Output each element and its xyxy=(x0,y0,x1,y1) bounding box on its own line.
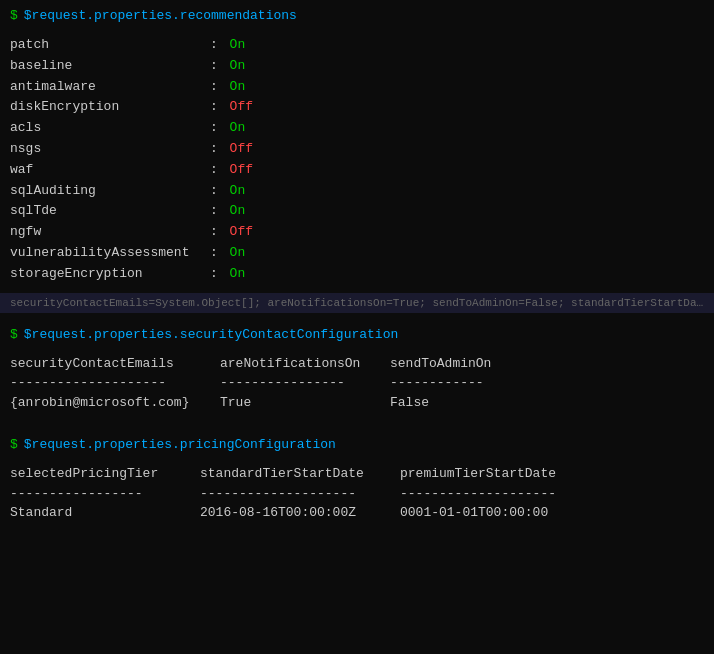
sep-storage: : xyxy=(210,264,226,285)
sep-diskencryption: : xyxy=(210,97,226,118)
data-notifications: True xyxy=(220,393,390,414)
sep-acls: : xyxy=(210,118,226,139)
sep-ngfw: : xyxy=(210,222,226,243)
pricing-prompt: $ $request.properties.pricingConfigurati… xyxy=(10,437,704,452)
val-storage: On xyxy=(230,264,246,285)
data-pricing-tier: Standard xyxy=(10,503,200,524)
dollar-sign-3: $ xyxy=(10,437,18,452)
key-sqltde: sqlTde xyxy=(10,201,210,222)
val-sqltde: On xyxy=(230,201,246,222)
header-admin: sendToAdminOn xyxy=(390,354,491,375)
recommendations-table: patch : On baseline : On antimalware : O… xyxy=(10,35,704,285)
key-patch: patch xyxy=(10,35,210,56)
table-row: sqlAuditing : On xyxy=(10,181,704,202)
pricing-command: $request.properties.pricingConfiguration xyxy=(24,437,336,452)
sep-baseline: : xyxy=(210,56,226,77)
terminal: $ $request.properties.recommendations pa… xyxy=(0,0,714,654)
val-diskencryption: Off xyxy=(230,97,253,118)
table-row: waf : Off xyxy=(10,160,704,181)
recommendations-section: $ $request.properties.recommendations pa… xyxy=(10,8,704,285)
table-row: sqlTde : On xyxy=(10,201,704,222)
security-contact-header: securityContactEmails areNotificationsOn… xyxy=(10,354,704,375)
data-standard-date: 2016-08-16T00:00:00Z xyxy=(200,503,400,524)
key-acls: acls xyxy=(10,118,210,139)
val-ngfw: Off xyxy=(230,222,253,243)
val-acls: On xyxy=(230,118,246,139)
table-row: vulnerabilityAssessment : On xyxy=(10,243,704,264)
security-contact-data: {anrobin@microsoft.com} True False xyxy=(10,393,704,414)
pricing-header: selectedPricingTier standardTierStartDat… xyxy=(10,464,704,485)
header-email: securityContactEmails xyxy=(10,354,220,375)
sep-email-col: -------------------- xyxy=(10,374,220,392)
sep-sqlauditing: : xyxy=(210,181,226,202)
divider-text: securityContactEmails=System.Object[]; a… xyxy=(10,297,714,309)
sep-waf: : xyxy=(210,160,226,181)
dollar-sign-2: $ xyxy=(10,327,18,342)
header-notifications: areNotificationsOn xyxy=(220,354,390,375)
table-row: acls : On xyxy=(10,118,704,139)
divider-bar: securityContactEmails=System.Object[]; a… xyxy=(0,293,714,313)
table-row: baseline : On xyxy=(10,56,704,77)
key-storage: storageEncryption xyxy=(10,264,210,285)
sep-patch: : xyxy=(210,35,226,56)
pricing-separator: ----------------- -------------------- -… xyxy=(10,485,704,503)
table-row: antimalware : On xyxy=(10,77,704,98)
key-nsgs: nsgs xyxy=(10,139,210,160)
sep-nsgs: : xyxy=(210,139,226,160)
data-email: {anrobin@microsoft.com} xyxy=(10,393,220,414)
table-row: storageEncryption : On xyxy=(10,264,704,285)
key-diskencryption: diskEncryption xyxy=(10,97,210,118)
sep-pricing-col: ----------------- xyxy=(10,485,200,503)
val-vuln: On xyxy=(230,243,246,264)
sep-admin-col: ------------ xyxy=(390,374,484,392)
recommendations-prompt: $ $request.properties.recommendations xyxy=(10,8,704,23)
sep-premium-col: -------------------- xyxy=(400,485,556,503)
table-row: diskEncryption : Off xyxy=(10,97,704,118)
key-ngfw: ngfw xyxy=(10,222,210,243)
header-pricing-tier: selectedPricingTier xyxy=(10,464,200,485)
table-row: ngfw : Off xyxy=(10,222,704,243)
sep-vuln: : xyxy=(210,243,226,264)
pricing-data: Standard 2016-08-16T00:00:00Z 0001-01-01… xyxy=(10,503,704,524)
sep-standard-col: -------------------- xyxy=(200,485,400,503)
sep-antimalware: : xyxy=(210,77,226,98)
recommendations-command: $request.properties.recommendations xyxy=(24,8,297,23)
dollar-sign-1: $ xyxy=(10,8,18,23)
data-admin: False xyxy=(390,393,429,414)
pricing-section: $ $request.properties.pricingConfigurati… xyxy=(10,429,704,524)
sep-sqltde: : xyxy=(210,201,226,222)
val-waf: Off xyxy=(230,160,253,181)
key-baseline: baseline xyxy=(10,56,210,77)
key-waf: waf xyxy=(10,160,210,181)
sep-notif-col: ---------------- xyxy=(220,374,390,392)
table-row: nsgs : Off xyxy=(10,139,704,160)
table-row: patch : On xyxy=(10,35,704,56)
val-antimalware: On xyxy=(230,77,246,98)
val-baseline: On xyxy=(230,56,246,77)
val-patch: On xyxy=(230,35,246,56)
security-contact-command: $request.properties.securityContactConfi… xyxy=(24,327,398,342)
key-antimalware: antimalware xyxy=(10,77,210,98)
data-premium-date: 0001-01-01T00:00:00 xyxy=(400,503,548,524)
security-contact-prompt: $ $request.properties.securityContactCon… xyxy=(10,327,704,342)
key-sqlauditing: sqlAuditing xyxy=(10,181,210,202)
val-nsgs: Off xyxy=(230,139,253,160)
val-sqlauditing: On xyxy=(230,181,246,202)
security-contact-section: $ $request.properties.securityContactCon… xyxy=(10,319,704,414)
security-contact-separator: -------------------- ---------------- --… xyxy=(10,374,704,392)
key-vuln: vulnerabilityAssessment xyxy=(10,243,210,264)
header-premium-date: premiumTierStartDate xyxy=(400,464,556,485)
header-standard-date: standardTierStartDate xyxy=(200,464,400,485)
